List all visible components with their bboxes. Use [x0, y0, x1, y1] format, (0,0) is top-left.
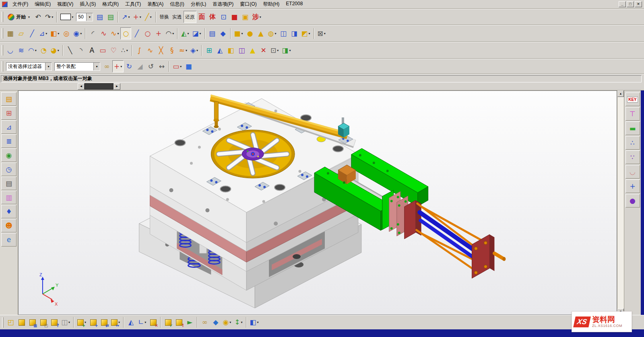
droplet-icon[interactable]: ◈▾ [189, 44, 200, 56]
wave-link-icon[interactable]: ∞ [199, 316, 210, 329]
translucent-button[interactable]: 实透 [171, 11, 184, 23]
swept-surface-icon[interactable]: ≋ [16, 44, 27, 56]
scroll-right-button[interactable]: ► [114, 83, 120, 90]
body-button[interactable]: 体 [207, 11, 218, 23]
menu-item-8[interactable]: 信息(I) [167, 0, 187, 8]
palette-icon[interactable]: ▥ [1, 191, 17, 204]
datum-axis-icon[interactable]: ╱ [27, 27, 37, 39]
instance-icon[interactable]: ⊞ [204, 44, 215, 56]
pattern-face-icon[interactable]: ▤ [207, 27, 218, 39]
part-navigator-icon[interactable]: ⊿ [1, 120, 17, 134]
toolbar-grip[interactable] [2, 61, 3, 72]
line-icon[interactable]: ╱ [131, 27, 142, 39]
shaded-cube-icon[interactable]: ■ [183, 60, 194, 72]
join-curve-icon[interactable]: ○ [120, 27, 131, 39]
menu-item-4[interactable]: 插入(S) [76, 0, 99, 8]
hydraulic-cylinder[interactable] [389, 191, 506, 278]
tools-icon[interactable]: ♦ [1, 205, 17, 218]
maximize-button[interactable]: □ [627, 1, 634, 7]
patch-icon[interactable]: ◧ [225, 44, 236, 56]
menu-item-9[interactable]: 分析(L) [188, 0, 210, 8]
component-grid-icon[interactable]: ▦ [27, 316, 38, 329]
replace-button[interactable]: 替换 [158, 11, 171, 23]
constraint-x-icon[interactable]: ⊠▾ [316, 27, 327, 39]
bend-icon[interactable]: ◕▾ [49, 44, 61, 56]
close-button[interactable]: ✕ [635, 1, 642, 7]
move-component-icon[interactable]: ↔▾ [109, 316, 122, 329]
redo-icon[interactable]: ↷▾ [43, 11, 55, 23]
suppress-component-icon[interactable]: ✕ [148, 316, 159, 329]
cube-blue2-icon[interactable]: ◨ [289, 27, 299, 39]
copy-face-icon[interactable]: ⊡ [218, 11, 229, 23]
block-icon[interactable]: ■▾ [233, 27, 245, 39]
misc-cube-icon[interactable]: ◧▾ [248, 316, 260, 329]
menu-item-5[interactable]: 格式(R) [99, 0, 122, 8]
rectangle-icon[interactable]: ▭ [97, 44, 108, 56]
ruled-surface-icon[interactable]: ◠▾ [27, 44, 38, 56]
start-button[interactable]: 开始 ▾ [5, 10, 33, 23]
eraser-icon[interactable]: ◢ [134, 60, 145, 72]
cone-icon[interactable]: ▲ [256, 27, 266, 39]
check-clearance-icon[interactable]: ! [173, 316, 184, 329]
new-component-icon[interactable]: + [88, 316, 99, 329]
selection-filter-combo[interactable]: 没有选择过滤器▾ [6, 62, 52, 71]
offset-curve-icon[interactable]: ∫ [134, 44, 145, 56]
notes-icon[interactable]: ▤ [1, 177, 17, 190]
copy-paste-icon[interactable]: ⊡▾ [269, 44, 280, 56]
frame-icon[interactable]: ▣ [240, 11, 251, 23]
layer-visible-icon[interactable]: ▤ [105, 11, 116, 23]
arc2-icon[interactable]: ◝ [76, 44, 87, 56]
layer-combo[interactable]: 50▾ [76, 13, 93, 21]
sketch-icon[interactable]: ▦ [5, 27, 16, 39]
menu-item-13[interactable]: ET2008 [283, 0, 306, 8]
menu-item-2[interactable]: 编辑(E) [31, 0, 54, 8]
toolbar-grip[interactable] [2, 317, 4, 328]
replace-component-icon[interactable]: ⇄ [99, 316, 109, 329]
dots-palette-icon[interactable]: ∵ [625, 150, 640, 164]
warn-icon[interactable]: ▲ [247, 44, 258, 56]
mirror-body-icon[interactable]: ◭ [215, 44, 225, 56]
gray-cube-icon[interactable]: ◫▾ [60, 316, 72, 329]
project-curve-icon[interactable]: ∿ [145, 44, 156, 56]
bridge-curve-icon[interactable]: ◜ [87, 27, 98, 39]
cup-palette-icon[interactable]: ◡ [625, 165, 640, 179]
extrude-icon[interactable]: ◧▾ [49, 27, 61, 39]
text-icon[interactable]: A [87, 44, 97, 56]
info-component-icon[interactable]: ◉▾ [221, 316, 233, 329]
spin-icon[interactable]: ↺ [145, 60, 156, 72]
key-palette[interactable]: KEY [625, 92, 640, 106]
sheet-icon[interactable]: ◔ [38, 44, 49, 56]
wade-button[interactable]: 涉▾ [251, 11, 263, 23]
four-point-surface-icon[interactable]: ◡ [5, 44, 16, 56]
scope-combo[interactable]: 整个装配▾ [54, 62, 100, 71]
cylinder-icon[interactable]: ● [245, 27, 256, 39]
interpart-link-icon[interactable]: ∞ [101, 60, 112, 72]
menu-item-3[interactable]: 视图(V) [54, 0, 76, 8]
red-cube-icon[interactable]: ■ [229, 11, 240, 23]
section-curve-icon[interactable]: § [167, 44, 178, 56]
assembly-constraint-icon[interactable]: ∟▾ [136, 316, 148, 329]
spheres-palette-icon[interactable]: ∴ [625, 136, 640, 150]
web-browser-icon[interactable]: e [1, 233, 17, 247]
point-set-icon[interactable]: ∴▾ [119, 44, 130, 56]
trim-body-icon[interactable]: ◪▾ [190, 27, 202, 39]
history-icon[interactable]: ◷ [1, 162, 17, 176]
studio-spline-icon[interactable]: ♡ [108, 44, 119, 56]
intersection-curve-icon[interactable]: ╳ [156, 44, 167, 56]
menu-item-1[interactable]: 文件(F) [9, 0, 31, 8]
menu-item-7[interactable]: 装配(A) [144, 0, 167, 8]
sphere-icon[interactable]: ◍▾ [266, 27, 278, 39]
csys-icon[interactable]: +▾ [132, 11, 143, 23]
graphics-window[interactable]: Z Y X [18, 90, 617, 315]
component-icon[interactable] [16, 316, 27, 329]
circle-icon[interactable]: ○ [142, 27, 153, 39]
rotary-disc[interactable] [211, 130, 295, 178]
stacked-components-icon[interactable]: □ [38, 316, 49, 329]
cross-palette-icon[interactable]: + [625, 179, 640, 193]
roles-icon[interactable]: ☻ [1, 219, 17, 232]
hole-icon[interactable]: ◉▾ [72, 27, 83, 39]
rotate-view-icon[interactable]: ↻ [124, 60, 134, 72]
line2-icon[interactable]: ╲ [65, 44, 76, 56]
snap-point-icon[interactable]: +▾ [112, 60, 124, 72]
layer-category-icon[interactable]: ▤ [94, 11, 105, 23]
